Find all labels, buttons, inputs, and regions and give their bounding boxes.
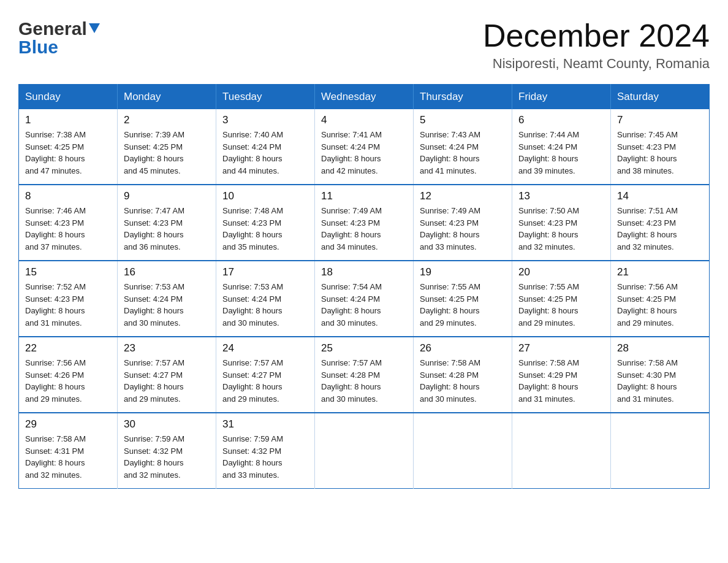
logo-triangle-icon	[88, 21, 101, 34]
day-info: Sunrise: 7:46 AM Sunset: 4:23 PM Dayligh…	[25, 205, 111, 253]
day-info: Sunrise: 7:49 AM Sunset: 4:23 PM Dayligh…	[321, 205, 407, 253]
day-number: 16	[124, 266, 210, 278]
logo-blue-text: Blue	[18, 37, 58, 58]
day-info: Sunrise: 7:56 AM Sunset: 4:26 PM Dayligh…	[25, 357, 111, 405]
day-number: 5	[420, 114, 506, 126]
day-info: Sunrise: 7:47 AM Sunset: 4:23 PM Dayligh…	[124, 205, 210, 253]
day-info: Sunrise: 7:59 AM Sunset: 4:32 PM Dayligh…	[222, 433, 308, 481]
day-number: 20	[518, 266, 604, 278]
day-number: 26	[420, 342, 506, 354]
day-info: Sunrise: 7:52 AM Sunset: 4:23 PM Dayligh…	[25, 281, 111, 329]
weekday-header-friday: Friday	[512, 85, 611, 110]
day-info: Sunrise: 7:48 AM Sunset: 4:23 PM Dayligh…	[222, 205, 308, 253]
day-cell-10: 10 Sunrise: 7:48 AM Sunset: 4:23 PM Dayl…	[216, 185, 315, 261]
day-cell-29: 29 Sunrise: 7:58 AM Sunset: 4:31 PM Dayl…	[19, 413, 118, 489]
calendar-subtitle: Nisiporesti, Neamt County, Romania	[483, 56, 710, 72]
day-info: Sunrise: 7:43 AM Sunset: 4:24 PM Dayligh…	[420, 129, 506, 177]
day-number: 28	[617, 342, 703, 354]
day-info: Sunrise: 7:56 AM Sunset: 4:25 PM Dayligh…	[617, 281, 703, 329]
day-info: Sunrise: 7:58 AM Sunset: 4:31 PM Dayligh…	[25, 433, 111, 481]
day-info: Sunrise: 7:58 AM Sunset: 4:29 PM Dayligh…	[518, 357, 604, 405]
calendar-title: December 2024	[483, 18, 710, 53]
day-cell-26: 26 Sunrise: 7:58 AM Sunset: 4:28 PM Dayl…	[414, 337, 512, 413]
day-number: 4	[321, 114, 407, 126]
day-number: 6	[518, 114, 604, 126]
week-row-4: 22 Sunrise: 7:56 AM Sunset: 4:26 PM Dayl…	[19, 337, 710, 413]
day-cell-5: 5 Sunrise: 7:43 AM Sunset: 4:24 PM Dayli…	[414, 109, 512, 185]
day-number: 17	[222, 266, 308, 278]
day-cell-7: 7 Sunrise: 7:45 AM Sunset: 4:23 PM Dayli…	[611, 109, 710, 185]
day-info: Sunrise: 7:53 AM Sunset: 4:24 PM Dayligh…	[124, 281, 210, 329]
day-info: Sunrise: 7:50 AM Sunset: 4:23 PM Dayligh…	[518, 205, 604, 253]
day-info: Sunrise: 7:49 AM Sunset: 4:23 PM Dayligh…	[420, 205, 506, 253]
day-info: Sunrise: 7:58 AM Sunset: 4:28 PM Dayligh…	[420, 357, 506, 405]
day-info: Sunrise: 7:44 AM Sunset: 4:24 PM Dayligh…	[518, 129, 604, 177]
day-number: 18	[321, 266, 407, 278]
weekday-header-thursday: Thursday	[414, 85, 512, 110]
day-number: 12	[420, 190, 506, 202]
day-cell-11: 11 Sunrise: 7:49 AM Sunset: 4:23 PM Dayl…	[315, 185, 414, 261]
day-cell-24: 24 Sunrise: 7:57 AM Sunset: 4:27 PM Dayl…	[216, 337, 315, 413]
week-row-2: 8 Sunrise: 7:46 AM Sunset: 4:23 PM Dayli…	[19, 185, 710, 261]
empty-cell	[414, 413, 512, 489]
day-cell-14: 14 Sunrise: 7:51 AM Sunset: 4:23 PM Dayl…	[611, 185, 710, 261]
day-cell-30: 30 Sunrise: 7:59 AM Sunset: 4:32 PM Dayl…	[118, 413, 216, 489]
day-cell-23: 23 Sunrise: 7:57 AM Sunset: 4:27 PM Dayl…	[118, 337, 216, 413]
day-cell-17: 17 Sunrise: 7:53 AM Sunset: 4:24 PM Dayl…	[216, 261, 315, 337]
day-info: Sunrise: 7:55 AM Sunset: 4:25 PM Dayligh…	[518, 281, 604, 329]
weekday-header-monday: Monday	[118, 85, 216, 110]
day-cell-22: 22 Sunrise: 7:56 AM Sunset: 4:26 PM Dayl…	[19, 337, 118, 413]
day-number: 21	[617, 266, 703, 278]
logo: General Blue	[18, 18, 101, 58]
day-cell-25: 25 Sunrise: 7:57 AM Sunset: 4:28 PM Dayl…	[315, 337, 414, 413]
day-cell-19: 19 Sunrise: 7:55 AM Sunset: 4:25 PM Dayl…	[414, 261, 512, 337]
day-number: 24	[222, 342, 308, 354]
weekday-header-wednesday: Wednesday	[315, 85, 414, 110]
day-number: 13	[518, 190, 604, 202]
day-info: Sunrise: 7:57 AM Sunset: 4:27 PM Dayligh…	[222, 357, 308, 405]
day-cell-20: 20 Sunrise: 7:55 AM Sunset: 4:25 PM Dayl…	[512, 261, 611, 337]
weekday-header-row: SundayMondayTuesdayWednesdayThursdayFrid…	[19, 85, 710, 110]
day-info: Sunrise: 7:57 AM Sunset: 4:27 PM Dayligh…	[124, 357, 210, 405]
day-number: 7	[617, 114, 703, 126]
week-row-5: 29 Sunrise: 7:58 AM Sunset: 4:31 PM Dayl…	[19, 413, 710, 489]
day-cell-15: 15 Sunrise: 7:52 AM Sunset: 4:23 PM Dayl…	[19, 261, 118, 337]
day-cell-28: 28 Sunrise: 7:58 AM Sunset: 4:30 PM Dayl…	[611, 337, 710, 413]
day-number: 11	[321, 190, 407, 202]
weekday-header-saturday: Saturday	[611, 85, 710, 110]
day-number: 29	[25, 418, 111, 431]
day-cell-18: 18 Sunrise: 7:54 AM Sunset: 4:24 PM Dayl…	[315, 261, 414, 337]
day-number: 1	[25, 114, 111, 126]
empty-cell	[512, 413, 611, 489]
empty-cell	[315, 413, 414, 489]
day-cell-13: 13 Sunrise: 7:50 AM Sunset: 4:23 PM Dayl…	[512, 185, 611, 261]
day-cell-27: 27 Sunrise: 7:58 AM Sunset: 4:29 PM Dayl…	[512, 337, 611, 413]
day-number: 22	[25, 342, 111, 354]
day-info: Sunrise: 7:38 AM Sunset: 4:25 PM Dayligh…	[25, 129, 111, 177]
day-info: Sunrise: 7:54 AM Sunset: 4:24 PM Dayligh…	[321, 281, 407, 329]
day-info: Sunrise: 7:55 AM Sunset: 4:25 PM Dayligh…	[420, 281, 506, 329]
svg-marker-0	[89, 23, 100, 33]
day-number: 15	[25, 266, 111, 278]
title-block: December 2024 Nisiporesti, Neamt County,…	[483, 18, 710, 72]
day-info: Sunrise: 7:45 AM Sunset: 4:23 PM Dayligh…	[617, 129, 703, 177]
day-number: 8	[25, 190, 111, 202]
day-number: 30	[124, 418, 210, 431]
day-info: Sunrise: 7:53 AM Sunset: 4:24 PM Dayligh…	[222, 281, 308, 329]
day-cell-4: 4 Sunrise: 7:41 AM Sunset: 4:24 PM Dayli…	[315, 109, 414, 185]
day-info: Sunrise: 7:51 AM Sunset: 4:23 PM Dayligh…	[617, 205, 703, 253]
day-cell-6: 6 Sunrise: 7:44 AM Sunset: 4:24 PM Dayli…	[512, 109, 611, 185]
day-info: Sunrise: 7:40 AM Sunset: 4:24 PM Dayligh…	[222, 129, 308, 177]
week-row-1: 1 Sunrise: 7:38 AM Sunset: 4:25 PM Dayli…	[19, 109, 710, 185]
day-number: 3	[222, 114, 308, 126]
calendar-table: SundayMondayTuesdayWednesdayThursdayFrid…	[18, 84, 710, 489]
day-cell-2: 2 Sunrise: 7:39 AM Sunset: 4:25 PM Dayli…	[118, 109, 216, 185]
day-cell-1: 1 Sunrise: 7:38 AM Sunset: 4:25 PM Dayli…	[19, 109, 118, 185]
day-number: 10	[222, 190, 308, 202]
day-number: 23	[124, 342, 210, 354]
day-number: 14	[617, 190, 703, 202]
day-info: Sunrise: 7:41 AM Sunset: 4:24 PM Dayligh…	[321, 129, 407, 177]
day-number: 31	[222, 418, 308, 431]
day-number: 9	[124, 190, 210, 202]
day-cell-12: 12 Sunrise: 7:49 AM Sunset: 4:23 PM Dayl…	[414, 185, 512, 261]
